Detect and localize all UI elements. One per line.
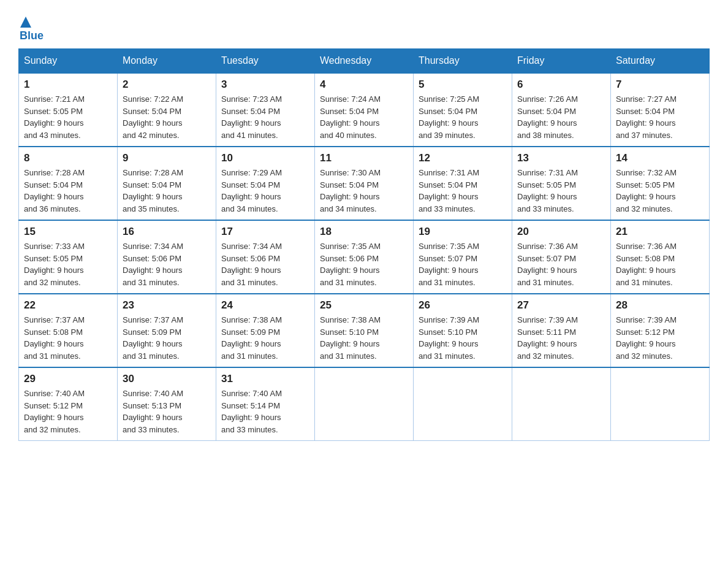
day-info: Sunrise: 7:28 AM Sunset: 5:04 PM Dayligh…	[123, 167, 211, 215]
day-info: Sunrise: 7:25 AM Sunset: 5:04 PM Dayligh…	[419, 93, 507, 141]
day-number: 30	[123, 373, 211, 385]
calendar-cell: 14 Sunrise: 7:32 AM Sunset: 5:05 PM Dayl…	[611, 147, 710, 220]
calendar-cell: 10 Sunrise: 7:29 AM Sunset: 5:04 PM Dayl…	[216, 147, 315, 220]
calendar-cell: 17 Sunrise: 7:34 AM Sunset: 5:06 PM Dayl…	[216, 220, 315, 294]
day-info: Sunrise: 7:31 AM Sunset: 5:05 PM Dayligh…	[517, 167, 605, 215]
calendar-cell: 12 Sunrise: 7:31 AM Sunset: 5:04 PM Dayl…	[414, 147, 512, 220]
day-number: 28	[616, 299, 704, 312]
day-info: Sunrise: 7:39 AM Sunset: 5:10 PM Dayligh…	[419, 314, 507, 362]
calendar-cell: 6 Sunrise: 7:26 AM Sunset: 5:04 PM Dayli…	[512, 73, 611, 147]
calendar-cell: 15 Sunrise: 7:33 AM Sunset: 5:05 PM Dayl…	[19, 220, 118, 294]
day-info: Sunrise: 7:40 AM Sunset: 5:13 PM Dayligh…	[123, 388, 211, 435]
calendar-cell: 11 Sunrise: 7:30 AM Sunset: 5:04 PM Dayl…	[315, 147, 414, 220]
day-number: 8	[24, 152, 112, 164]
day-number: 15	[24, 226, 112, 238]
day-number: 29	[24, 373, 112, 385]
calendar-header-row: SundayMondayTuesdayWednesdayThursdayFrid…	[19, 49, 710, 74]
day-number: 16	[123, 226, 211, 238]
day-info: Sunrise: 7:37 AM Sunset: 5:08 PM Dayligh…	[24, 314, 112, 362]
day-number: 3	[221, 79, 309, 91]
day-number: 10	[221, 152, 309, 164]
day-number: 18	[320, 226, 408, 238]
day-info: Sunrise: 7:24 AM Sunset: 5:04 PM Dayligh…	[320, 93, 408, 141]
calendar-cell: 31 Sunrise: 7:40 AM Sunset: 5:14 PM Dayl…	[216, 367, 315, 441]
day-info: Sunrise: 7:21 AM Sunset: 5:05 PM Dayligh…	[24, 93, 112, 141]
column-header-saturday: Saturday	[611, 49, 710, 74]
logo-text	[18, 12, 33, 32]
calendar-cell: 13 Sunrise: 7:31 AM Sunset: 5:05 PM Dayl…	[512, 147, 611, 220]
calendar-cell: 19 Sunrise: 7:35 AM Sunset: 5:07 PM Dayl…	[414, 220, 512, 294]
day-number: 4	[320, 79, 408, 91]
day-number: 7	[616, 79, 704, 91]
calendar-cell: 16 Sunrise: 7:34 AM Sunset: 5:06 PM Dayl…	[118, 220, 216, 294]
calendar-cell: 5 Sunrise: 7:25 AM Sunset: 5:04 PM Dayli…	[414, 73, 512, 147]
day-number: 26	[419, 299, 507, 312]
day-info: Sunrise: 7:36 AM Sunset: 5:08 PM Dayligh…	[616, 240, 704, 288]
column-header-tuesday: Tuesday	[216, 49, 315, 74]
day-number: 31	[221, 373, 309, 385]
day-info: Sunrise: 7:40 AM Sunset: 5:14 PM Dayligh…	[221, 388, 309, 435]
calendar-cell: 21 Sunrise: 7:36 AM Sunset: 5:08 PM Dayl…	[611, 220, 710, 294]
calendar-cell: 1 Sunrise: 7:21 AM Sunset: 5:05 PM Dayli…	[19, 73, 118, 147]
calendar-cell: 30 Sunrise: 7:40 AM Sunset: 5:13 PM Dayl…	[118, 367, 216, 441]
day-number: 23	[123, 299, 211, 312]
calendar-week-4: 22 Sunrise: 7:37 AM Sunset: 5:08 PM Dayl…	[19, 294, 710, 367]
day-info: Sunrise: 7:36 AM Sunset: 5:07 PM Dayligh…	[517, 240, 605, 288]
calendar-week-5: 29 Sunrise: 7:40 AM Sunset: 5:12 PM Dayl…	[19, 367, 710, 441]
day-info: Sunrise: 7:30 AM Sunset: 5:04 PM Dayligh…	[320, 167, 408, 215]
day-info: Sunrise: 7:34 AM Sunset: 5:06 PM Dayligh…	[123, 240, 211, 288]
day-number: 17	[221, 226, 309, 238]
calendar-cell: 4 Sunrise: 7:24 AM Sunset: 5:04 PM Dayli…	[315, 73, 414, 147]
day-number: 25	[320, 299, 408, 312]
column-header-wednesday: Wednesday	[315, 49, 414, 74]
day-info: Sunrise: 7:38 AM Sunset: 5:10 PM Dayligh…	[320, 314, 408, 362]
day-number: 9	[123, 152, 211, 164]
day-info: Sunrise: 7:39 AM Sunset: 5:11 PM Dayligh…	[517, 314, 605, 362]
day-number: 12	[419, 152, 507, 164]
calendar-cell	[414, 367, 512, 441]
calendar-week-2: 8 Sunrise: 7:28 AM Sunset: 5:04 PM Dayli…	[19, 147, 710, 220]
calendar-cell: 23 Sunrise: 7:37 AM Sunset: 5:09 PM Dayl…	[118, 294, 216, 367]
calendar-cell: 20 Sunrise: 7:36 AM Sunset: 5:07 PM Dayl…	[512, 220, 611, 294]
day-number: 14	[616, 152, 704, 164]
calendar-cell: 9 Sunrise: 7:28 AM Sunset: 5:04 PM Dayli…	[118, 147, 216, 220]
calendar-cell: 18 Sunrise: 7:35 AM Sunset: 5:06 PM Dayl…	[315, 220, 414, 294]
day-info: Sunrise: 7:40 AM Sunset: 5:12 PM Dayligh…	[24, 388, 112, 435]
day-info: Sunrise: 7:34 AM Sunset: 5:06 PM Dayligh…	[221, 240, 309, 288]
day-number: 27	[517, 299, 605, 312]
day-info: Sunrise: 7:31 AM Sunset: 5:04 PM Dayligh…	[419, 167, 507, 215]
calendar-week-1: 1 Sunrise: 7:21 AM Sunset: 5:05 PM Dayli…	[19, 73, 710, 147]
day-info: Sunrise: 7:22 AM Sunset: 5:04 PM Dayligh…	[123, 93, 211, 141]
logo-icon	[19, 15, 32, 29]
day-info: Sunrise: 7:32 AM Sunset: 5:05 PM Dayligh…	[616, 167, 704, 215]
column-header-monday: Monday	[118, 49, 216, 74]
day-number: 19	[419, 226, 507, 238]
column-header-friday: Friday	[512, 49, 611, 74]
day-number: 1	[24, 79, 112, 91]
day-info: Sunrise: 7:35 AM Sunset: 5:07 PM Dayligh…	[419, 240, 507, 288]
calendar-cell: 8 Sunrise: 7:28 AM Sunset: 5:04 PM Dayli…	[19, 147, 118, 220]
day-info: Sunrise: 7:38 AM Sunset: 5:09 PM Dayligh…	[221, 314, 309, 362]
page-header: Blue	[18, 12, 710, 42]
day-number: 11	[320, 152, 408, 164]
calendar-table: SundayMondayTuesdayWednesdayThursdayFrid…	[18, 48, 710, 441]
day-info: Sunrise: 7:29 AM Sunset: 5:04 PM Dayligh…	[221, 167, 309, 215]
day-number: 22	[24, 299, 112, 312]
column-header-thursday: Thursday	[414, 49, 512, 74]
svg-marker-0	[20, 17, 31, 28]
day-info: Sunrise: 7:37 AM Sunset: 5:09 PM Dayligh…	[123, 314, 211, 362]
calendar-cell: 26 Sunrise: 7:39 AM Sunset: 5:10 PM Dayl…	[414, 294, 512, 367]
day-info: Sunrise: 7:27 AM Sunset: 5:04 PM Dayligh…	[616, 93, 704, 141]
day-number: 20	[517, 226, 605, 238]
calendar-cell: 27 Sunrise: 7:39 AM Sunset: 5:11 PM Dayl…	[512, 294, 611, 367]
day-info: Sunrise: 7:39 AM Sunset: 5:12 PM Dayligh…	[616, 314, 704, 362]
calendar-cell: 22 Sunrise: 7:37 AM Sunset: 5:08 PM Dayl…	[19, 294, 118, 367]
calendar-cell	[512, 367, 611, 441]
day-number: 2	[123, 79, 211, 91]
day-info: Sunrise: 7:35 AM Sunset: 5:06 PM Dayligh…	[320, 240, 408, 288]
calendar-cell: 28 Sunrise: 7:39 AM Sunset: 5:12 PM Dayl…	[611, 294, 710, 367]
calendar-cell: 3 Sunrise: 7:23 AM Sunset: 5:04 PM Dayli…	[216, 73, 315, 147]
day-number: 6	[517, 79, 605, 91]
day-number: 13	[517, 152, 605, 164]
day-info: Sunrise: 7:33 AM Sunset: 5:05 PM Dayligh…	[24, 240, 112, 288]
